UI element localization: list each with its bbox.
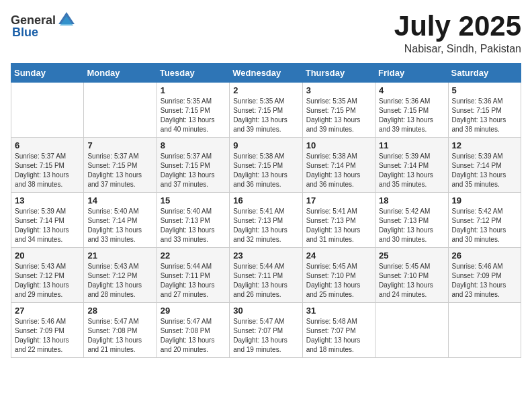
- month-title: July 2025: [394, 11, 521, 42]
- calendar-day-header: Wednesday: [230, 64, 302, 83]
- calendar-cell: 9Sunrise: 5:38 AMSunset: 7:15 PMDaylight…: [230, 138, 302, 193]
- day-info: Sunrise: 5:39 AMSunset: 7:14 PMDaylight:…: [379, 152, 444, 189]
- calendar-cell: 13Sunrise: 5:39 AMSunset: 7:14 PMDayligh…: [11, 193, 84, 248]
- day-info: Sunrise: 5:35 AMSunset: 7:15 PMDaylight:…: [306, 97, 371, 134]
- day-number: 27: [15, 306, 80, 316]
- calendar-cell: 23Sunrise: 5:44 AMSunset: 7:11 PMDayligh…: [230, 248, 302, 303]
- calendar-cell: 28Sunrise: 5:47 AMSunset: 7:08 PMDayligh…: [84, 303, 157, 358]
- day-number: 8: [161, 140, 226, 150]
- day-number: 20: [15, 250, 80, 261]
- day-number: 18: [379, 195, 444, 205]
- day-info: Sunrise: 5:41 AMSunset: 7:13 PMDaylight:…: [306, 207, 371, 244]
- title-block: July 2025 Nabisar, Sindh, Pakistan: [394, 11, 521, 55]
- day-info: Sunrise: 5:37 AMSunset: 7:15 PMDaylight:…: [15, 152, 80, 189]
- calendar-cell: 6Sunrise: 5:37 AMSunset: 7:15 PMDaylight…: [11, 138, 84, 193]
- day-info: Sunrise: 5:40 AMSunset: 7:13 PMDaylight:…: [161, 207, 226, 244]
- calendar-cell: 10Sunrise: 5:38 AMSunset: 7:14 PMDayligh…: [302, 138, 375, 193]
- calendar-day-header: Saturday: [448, 64, 521, 83]
- calendar-cell: [11, 83, 84, 138]
- day-info: Sunrise: 5:36 AMSunset: 7:15 PMDaylight:…: [379, 97, 444, 134]
- day-number: 21: [87, 250, 152, 261]
- day-number: 17: [306, 195, 371, 205]
- day-number: 28: [87, 306, 152, 316]
- calendar-cell: 19Sunrise: 5:42 AMSunset: 7:12 PMDayligh…: [448, 193, 521, 248]
- day-number: 25: [379, 250, 444, 261]
- day-number: 31: [306, 306, 371, 316]
- calendar-cell: 26Sunrise: 5:46 AMSunset: 7:09 PMDayligh…: [448, 248, 521, 303]
- logo-text-blue: Blue: [12, 26, 38, 40]
- day-number: 9: [233, 140, 298, 150]
- calendar-cell: 27Sunrise: 5:46 AMSunset: 7:09 PMDayligh…: [11, 303, 84, 358]
- calendar-cell: 11Sunrise: 5:39 AMSunset: 7:14 PMDayligh…: [375, 138, 448, 193]
- calendar-cell: 8Sunrise: 5:37 AMSunset: 7:15 PMDaylight…: [157, 138, 229, 193]
- day-number: 7: [87, 140, 152, 150]
- day-info: Sunrise: 5:46 AMSunset: 7:09 PMDaylight:…: [15, 317, 80, 355]
- calendar-cell: 15Sunrise: 5:40 AMSunset: 7:13 PMDayligh…: [157, 193, 229, 248]
- day-number: 13: [15, 195, 80, 205]
- day-info: Sunrise: 5:45 AMSunset: 7:10 PMDaylight:…: [379, 262, 444, 300]
- day-number: 16: [233, 195, 298, 205]
- calendar-day-header: Sunday: [11, 64, 84, 83]
- day-info: Sunrise: 5:39 AMSunset: 7:14 PMDaylight:…: [452, 152, 517, 189]
- day-number: 12: [452, 140, 517, 150]
- day-info: Sunrise: 5:46 AMSunset: 7:09 PMDaylight:…: [452, 262, 517, 300]
- calendar-cell: 18Sunrise: 5:42 AMSunset: 7:13 PMDayligh…: [375, 193, 448, 248]
- day-info: Sunrise: 5:41 AMSunset: 7:13 PMDaylight:…: [233, 207, 298, 244]
- calendar-week-row: 27Sunrise: 5:46 AMSunset: 7:09 PMDayligh…: [11, 303, 521, 358]
- day-number: 30: [233, 306, 298, 316]
- calendar-cell: 31Sunrise: 5:48 AMSunset: 7:07 PMDayligh…: [302, 303, 375, 358]
- calendar-cell: 2Sunrise: 5:35 AMSunset: 7:15 PMDaylight…: [230, 83, 302, 138]
- calendar-day-header: Thursday: [302, 64, 375, 83]
- day-info: Sunrise: 5:42 AMSunset: 7:13 PMDaylight:…: [379, 207, 444, 244]
- day-info: Sunrise: 5:38 AMSunset: 7:15 PMDaylight:…: [233, 152, 298, 189]
- page-header: General Blue July 2025 Nabisar, Sindh, P…: [11, 11, 521, 55]
- day-number: 15: [161, 195, 226, 205]
- calendar-cell: 30Sunrise: 5:47 AMSunset: 7:07 PMDayligh…: [230, 303, 302, 358]
- day-info: Sunrise: 5:37 AMSunset: 7:15 PMDaylight:…: [87, 152, 152, 189]
- calendar-cell: 29Sunrise: 5:47 AMSunset: 7:08 PMDayligh…: [157, 303, 229, 358]
- day-info: Sunrise: 5:43 AMSunset: 7:12 PMDaylight:…: [15, 262, 80, 300]
- calendar-cell: 7Sunrise: 5:37 AMSunset: 7:15 PMDaylight…: [84, 138, 157, 193]
- day-info: Sunrise: 5:48 AMSunset: 7:07 PMDaylight:…: [306, 317, 371, 355]
- calendar-cell: 12Sunrise: 5:39 AMSunset: 7:14 PMDayligh…: [448, 138, 521, 193]
- calendar-day-header: Monday: [84, 64, 157, 83]
- calendar-week-row: 13Sunrise: 5:39 AMSunset: 7:14 PMDayligh…: [11, 193, 521, 248]
- day-number: 5: [452, 85, 517, 95]
- calendar-cell: 14Sunrise: 5:40 AMSunset: 7:14 PMDayligh…: [84, 193, 157, 248]
- calendar-cell: 16Sunrise: 5:41 AMSunset: 7:13 PMDayligh…: [230, 193, 302, 248]
- calendar-cell: [375, 303, 448, 358]
- calendar-cell: 5Sunrise: 5:36 AMSunset: 7:15 PMDaylight…: [448, 83, 521, 138]
- day-number: 19: [452, 195, 517, 205]
- calendar-cell: 20Sunrise: 5:43 AMSunset: 7:12 PMDayligh…: [11, 248, 84, 303]
- calendar-header-row: SundayMondayTuesdayWednesdayThursdayFrid…: [11, 64, 521, 83]
- calendar-week-row: 20Sunrise: 5:43 AMSunset: 7:12 PMDayligh…: [11, 248, 521, 303]
- day-number: 6: [15, 140, 80, 150]
- day-number: 1: [161, 85, 226, 95]
- day-number: 14: [87, 195, 152, 205]
- calendar-cell: [84, 83, 157, 138]
- day-info: Sunrise: 5:35 AMSunset: 7:15 PMDaylight:…: [233, 97, 298, 134]
- calendar-week-row: 6Sunrise: 5:37 AMSunset: 7:15 PMDaylight…: [11, 138, 521, 193]
- logo: General Blue: [11, 11, 76, 40]
- day-info: Sunrise: 5:36 AMSunset: 7:15 PMDaylight:…: [452, 97, 517, 134]
- day-info: Sunrise: 5:44 AMSunset: 7:11 PMDaylight:…: [233, 262, 298, 300]
- day-info: Sunrise: 5:45 AMSunset: 7:10 PMDaylight:…: [306, 262, 371, 300]
- day-info: Sunrise: 5:42 AMSunset: 7:12 PMDaylight:…: [452, 207, 517, 244]
- day-number: 23: [233, 250, 298, 261]
- day-info: Sunrise: 5:37 AMSunset: 7:15 PMDaylight:…: [161, 152, 226, 189]
- day-number: 2: [233, 85, 298, 95]
- day-number: 22: [161, 250, 226, 261]
- day-info: Sunrise: 5:44 AMSunset: 7:11 PMDaylight:…: [161, 262, 226, 300]
- calendar-cell: 1Sunrise: 5:35 AMSunset: 7:15 PMDaylight…: [157, 83, 229, 138]
- calendar-cell: 3Sunrise: 5:35 AMSunset: 7:15 PMDaylight…: [302, 83, 375, 138]
- day-info: Sunrise: 5:47 AMSunset: 7:08 PMDaylight:…: [161, 317, 226, 355]
- day-info: Sunrise: 5:47 AMSunset: 7:08 PMDaylight:…: [87, 317, 152, 355]
- day-info: Sunrise: 5:38 AMSunset: 7:14 PMDaylight:…: [306, 152, 371, 189]
- day-info: Sunrise: 5:40 AMSunset: 7:14 PMDaylight:…: [87, 207, 152, 244]
- calendar-cell: 17Sunrise: 5:41 AMSunset: 7:13 PMDayligh…: [302, 193, 375, 248]
- calendar-cell: 25Sunrise: 5:45 AMSunset: 7:10 PMDayligh…: [375, 248, 448, 303]
- day-info: Sunrise: 5:35 AMSunset: 7:15 PMDaylight:…: [161, 97, 226, 134]
- calendar-day-header: Tuesday: [157, 64, 229, 83]
- day-number: 3: [306, 85, 371, 95]
- calendar-cell: 4Sunrise: 5:36 AMSunset: 7:15 PMDaylight…: [375, 83, 448, 138]
